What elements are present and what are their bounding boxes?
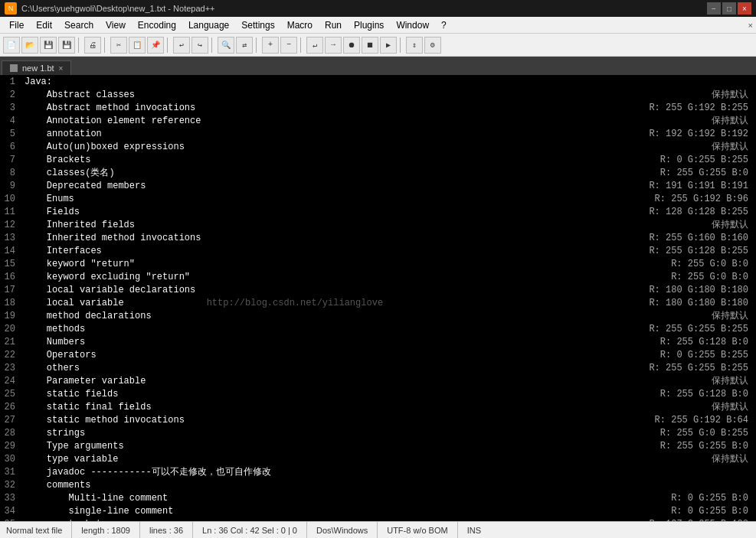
line-right-value: R: 255 G:0 B:255 bbox=[590, 426, 756, 439]
line-number: 1 bbox=[0, 75, 21, 88]
line-right-value: R: 0 G:255 B:255 bbox=[590, 153, 756, 166]
line-content: strings bbox=[21, 426, 590, 439]
tb-paste[interactable]: 📌 bbox=[147, 37, 164, 54]
title-text: C:\Users\yuehgwoli\Desktop\new_1.txt - N… bbox=[21, 4, 215, 13]
line-right-value: R: 255 G:255 B:0 bbox=[590, 166, 756, 179]
menu-macro[interactable]: Macro bbox=[281, 18, 319, 32]
tb-record[interactable]: ⏺ bbox=[343, 37, 360, 54]
line-number: 34 bbox=[0, 504, 21, 517]
tb-new[interactable]: 📄 bbox=[3, 37, 20, 54]
tb-options[interactable]: ⚙ bbox=[424, 37, 441, 54]
menu-file[interactable]: File bbox=[3, 18, 30, 32]
line-right-value: R: 255 G:192 B:64 bbox=[590, 413, 756, 426]
tb-word-wrap[interactable]: ↵ bbox=[306, 37, 323, 54]
line-number: 28 bbox=[0, 426, 21, 439]
tb-sep-7 bbox=[400, 37, 403, 53]
table-row: 22 OperatorsR: 0 G:255 B:255 bbox=[0, 348, 756, 361]
table-row: 24 Parameter variable保持默认 bbox=[0, 374, 756, 387]
tb-save[interactable]: 💾 bbox=[40, 37, 57, 54]
line-right-value: R: 255 G:128 B:0 bbox=[590, 387, 756, 400]
tb-sep-2 bbox=[104, 37, 107, 53]
line-number: 11 bbox=[0, 205, 21, 218]
tb-find[interactable]: 🔍 bbox=[218, 37, 234, 54]
menu-close-x[interactable]: × bbox=[748, 21, 753, 30]
table-row: 16 keyword excluding "return"R: 255 G:0 … bbox=[0, 270, 756, 283]
line-content: Parameter variable bbox=[21, 374, 590, 387]
line-right-value: R: 255 G:0 B:0 bbox=[590, 270, 756, 283]
line-right-value: 保持默认 bbox=[590, 452, 756, 465]
line-number: 5 bbox=[0, 127, 21, 140]
line-right-value bbox=[590, 478, 756, 491]
menu-help[interactable]: ? bbox=[435, 18, 453, 32]
menu-search[interactable]: Search bbox=[58, 18, 100, 32]
line-content: static fields bbox=[21, 387, 590, 400]
line-number: 15 bbox=[0, 257, 21, 270]
tab-new1bt[interactable]: new 1.bt × bbox=[2, 60, 71, 75]
line-right-value: R: 255 G:255 B:0 bbox=[590, 439, 756, 452]
tb-redo[interactable]: ↪ bbox=[191, 37, 208, 54]
tb-cut[interactable]: ✂ bbox=[110, 37, 127, 54]
table-row: 7 BracketsR: 0 G:255 B:255 bbox=[0, 153, 756, 166]
menu-encoding[interactable]: Encoding bbox=[132, 18, 182, 32]
menu-language[interactable]: Language bbox=[182, 18, 235, 32]
menu-run[interactable]: Run bbox=[319, 18, 348, 32]
line-right-value: R: 0 G:255 B:0 bbox=[590, 504, 756, 517]
tb-indent[interactable]: → bbox=[325, 37, 342, 54]
tb-replace[interactable]: ⇄ bbox=[236, 37, 253, 54]
tb-play[interactable]: ▶ bbox=[380, 37, 397, 54]
table-row: 5 annotationR: 192 G:192 B:192 bbox=[0, 127, 756, 140]
line-content: others bbox=[21, 361, 590, 374]
status-lineending: Dos\Windows bbox=[307, 522, 378, 538]
line-right-value: R: 191 G:191 B:191 bbox=[590, 179, 756, 192]
tb-copy[interactable]: 📋 bbox=[129, 37, 146, 54]
line-number: 7 bbox=[0, 153, 21, 166]
table-row: 18 local variable http://blog.csdn.net/y… bbox=[0, 296, 756, 309]
tb-stop[interactable]: ⏹ bbox=[362, 37, 378, 54]
maximize-button[interactable]: □ bbox=[722, 2, 736, 15]
line-number: 14 bbox=[0, 244, 21, 257]
menu-edit[interactable]: Edit bbox=[30, 18, 58, 32]
table-row: 31 javadoc -----------可以不走修改，也可自作修改 bbox=[0, 465, 756, 478]
line-content: annotation bbox=[21, 127, 590, 140]
line-content: Fields bbox=[21, 205, 590, 218]
line-right-value: R: 0 G:255 B:0 bbox=[590, 491, 756, 504]
line-content: Interfaces bbox=[21, 244, 590, 257]
line-content: comments bbox=[21, 478, 590, 491]
tb-undo[interactable]: ↩ bbox=[173, 37, 190, 54]
line-right-value: R: 255 G:128 B:255 bbox=[590, 244, 756, 257]
line-content: Multi-line comment bbox=[21, 491, 590, 504]
table-row: 33 Multi-line commentR: 0 G:255 B:0 bbox=[0, 491, 756, 504]
minimize-button[interactable]: − bbox=[707, 2, 721, 15]
line-content: type variable bbox=[21, 452, 590, 465]
line-content: Abstract classes bbox=[21, 88, 590, 101]
tb-synscroll[interactable]: ⇕ bbox=[406, 37, 423, 54]
line-content: keyword "return" bbox=[21, 257, 590, 270]
line-number: 6 bbox=[0, 140, 21, 153]
line-number: 26 bbox=[0, 400, 21, 413]
app-icon: N bbox=[5, 2, 17, 15]
close-button[interactable]: × bbox=[738, 2, 751, 15]
tb-print[interactable]: 🖨 bbox=[84, 37, 101, 54]
tb-open[interactable]: 📂 bbox=[21, 37, 38, 54]
tb-sep-1 bbox=[78, 37, 81, 53]
editor[interactable]: 1Java:2 Abstract classes保持默认3 Abstract m… bbox=[0, 75, 756, 521]
menu-plugins[interactable]: Plugins bbox=[348, 18, 390, 32]
status-encoding: UTF-8 w/o BOM bbox=[378, 522, 457, 538]
line-content: Inherited fields bbox=[21, 218, 590, 231]
table-row: 27 static method invocationsR: 255 G:192… bbox=[0, 413, 756, 426]
line-number: 8 bbox=[0, 166, 21, 179]
menu-view[interactable]: View bbox=[100, 18, 132, 32]
table-row: 26 static final fields保持默认 bbox=[0, 400, 756, 413]
line-content: local variable http://blog.csdn.net/yili… bbox=[21, 296, 590, 309]
tab-close-btn[interactable]: × bbox=[59, 64, 64, 73]
table-row: 32 comments bbox=[0, 478, 756, 491]
line-right-value: 保持默认 bbox=[590, 88, 756, 101]
tb-saveall[interactable]: 💾 bbox=[58, 37, 75, 54]
tb-zoom-in[interactable]: + bbox=[262, 37, 279, 54]
menu-settings[interactable]: Settings bbox=[235, 18, 280, 32]
line-content: static final fields bbox=[21, 400, 590, 413]
menu-window[interactable]: Window bbox=[390, 18, 435, 32]
line-content: Operators bbox=[21, 348, 590, 361]
tb-zoom-out[interactable]: − bbox=[280, 37, 297, 54]
tab-bar: new 1.bt × bbox=[0, 57, 756, 75]
